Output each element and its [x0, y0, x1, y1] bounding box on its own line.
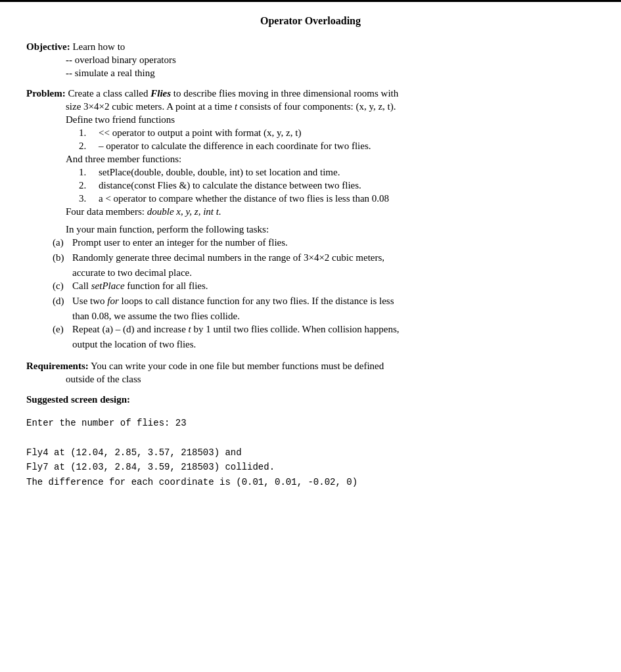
- task-e: (e) Repeat (a) – (d) and increase t by 1…: [53, 324, 595, 335]
- task-d-text: Use two for loops to call distance funct…: [72, 296, 394, 307]
- task-d: (d) Use two for loops to call distance f…: [53, 296, 595, 307]
- task-c-text: Call setPlace function for all flies.: [72, 280, 208, 292]
- data-members-prefix: Four data members:: [66, 206, 147, 217]
- objective-bullet2: -- simulate a real thing: [66, 68, 595, 79]
- task-d-suffix: loops to call distance function for any …: [119, 296, 394, 306]
- member-num-2: 2.: [79, 180, 99, 191]
- task-d-italic: for: [107, 296, 119, 306]
- member-functions-list: 1. setPlace(double, double, double, int)…: [79, 167, 595, 204]
- friend-functions-list: 1. << operator to output a point with fo…: [79, 127, 595, 152]
- member-item-2: 2. distance(const Flies &) to calculate …: [79, 180, 595, 191]
- task-b-text: Randomly generate three decimal numbers …: [72, 252, 384, 263]
- objective-label: Objective:: [26, 41, 70, 52]
- suggested-label-line: Suggested screen design:: [26, 394, 595, 405]
- problem-text1: Create a class called Flies to describe …: [68, 88, 398, 99]
- task-c-italic: setPlace: [91, 280, 125, 291]
- suggested-section: Suggested screen design: Enter the numbe…: [26, 394, 595, 496]
- requirements-line2: outside of the class: [66, 374, 595, 385]
- member-item-3: 3. a < operator to compare whether the d…: [79, 193, 595, 204]
- task-e-suffix: by 1 until two flies collide. When colli…: [191, 324, 400, 334]
- friend-item-1: 1. << operator to output a point with fo…: [79, 127, 595, 139]
- requirements-text1: You can write your code in one file but …: [91, 361, 384, 371]
- suggested-label: Suggested screen design:: [26, 394, 130, 405]
- task-b-line1: Randomly generate three decimal numbers …: [72, 252, 384, 263]
- objective-section: Objective: Learn how to -- overload bina…: [26, 41, 595, 79]
- suggested-code: Enter the number of flies: 23 Fly4 at (1…: [26, 409, 595, 496]
- requirements-section: Requirements: You can write your code in…: [26, 361, 595, 385]
- task-b: (b) Randomly generate three decimal numb…: [53, 252, 595, 263]
- page-container: Operator Overloading Objective: Learn ho…: [0, 0, 621, 672]
- page-title: Operator Overloading: [26, 15, 595, 30]
- task-c-suffix: function for all flies.: [125, 280, 208, 291]
- task-c: (c) Call setPlace function for all flies…: [53, 280, 595, 292]
- data-members-italic: double x, y, z, int t.: [147, 206, 221, 217]
- task-a-text: Prompt user to enter an integer for the …: [72, 237, 288, 248]
- objective-bullet1: -- overload binary operators: [66, 55, 595, 66]
- task-b-line2: accurate to two decimal place.: [72, 267, 595, 279]
- task-e-prefix: Repeat (a) – (d) and increase: [72, 324, 189, 334]
- task-d-line2: than 0.08, we assume the two flies colli…: [72, 311, 595, 322]
- task-e-text: Repeat (a) – (d) and increase t by 1 unt…: [72, 324, 400, 335]
- class-name: Flies: [150, 88, 171, 99]
- friend-num-1: 1.: [79, 127, 99, 139]
- friend-text-2: – operator to calculate the difference i…: [99, 141, 371, 152]
- task-c-label: (c): [53, 280, 72, 292]
- problem-line3: Define two friend functions: [66, 114, 595, 125]
- objective-line1: Objective: Learn how to: [26, 41, 595, 53]
- objective-intro: Learn how to: [72, 41, 125, 52]
- member-num-1: 1.: [79, 167, 99, 178]
- task-d-label: (d): [53, 296, 72, 307]
- task-a: (a) Prompt user to enter an integer for …: [53, 237, 595, 248]
- friend-num-2: 2.: [79, 141, 99, 152]
- task-b-label: (b): [53, 252, 72, 263]
- task-c-prefix: Call: [72, 280, 91, 291]
- and-line: And three member functions:: [66, 154, 595, 165]
- requirements-label: Requirements:: [26, 361, 89, 371]
- problem-label: Problem:: [26, 88, 66, 99]
- problem-line1: Problem: Create a class called Flies to …: [26, 88, 595, 99]
- task-a-label: (a): [53, 237, 72, 248]
- member-text-2: distance(const Flies &) to calculate the…: [99, 180, 361, 191]
- title-text: Operator Overloading: [260, 15, 361, 26]
- problem-section: Problem: Create a class called Flies to …: [26, 88, 595, 350]
- friend-item-2: 2. – operator to calculate the differenc…: [79, 141, 595, 152]
- t-var: t: [235, 101, 237, 112]
- member-item-1: 1. setPlace(double, double, double, int)…: [79, 167, 595, 178]
- member-text-3: a < operator to compare whether the dist…: [99, 193, 389, 204]
- main-intro: In your main function, perform the follo…: [66, 224, 595, 235]
- requirements-line1: Requirements: You can write your code in…: [26, 361, 595, 372]
- member-text-1: setPlace(double, double, double, int) to…: [99, 167, 340, 178]
- task-e-label: (e): [53, 324, 72, 335]
- task-e-line2: output the location of two flies.: [72, 339, 595, 350]
- member-num-3: 3.: [79, 193, 99, 204]
- friend-text-1: << operator to output a point with forma…: [99, 127, 301, 139]
- task-d-prefix: Use two: [72, 296, 107, 306]
- data-members-line: Four data members: double x, y, z, int t…: [66, 206, 595, 217]
- problem-line2: size 3×4×2 cubic meters. A point at a ti…: [66, 101, 595, 112]
